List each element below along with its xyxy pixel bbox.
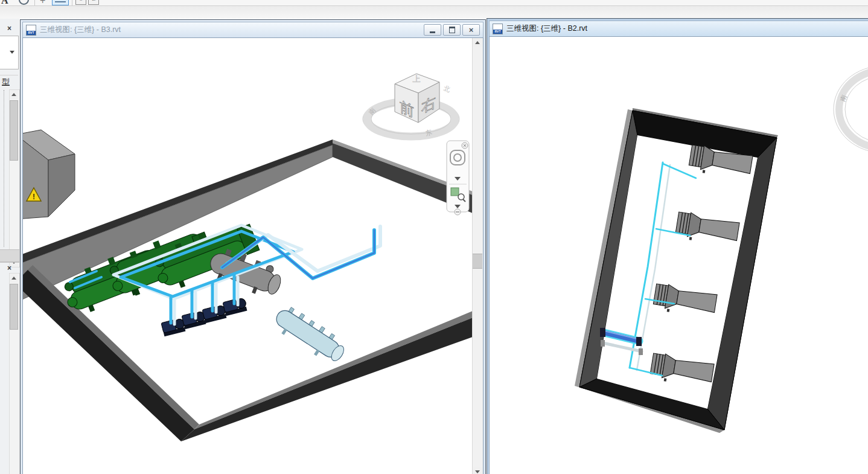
chevron-down-icon[interactable] [10, 51, 14, 54]
svg-text:!: ! [33, 193, 35, 201]
window-titlebar-b3[interactable]: RVT 三维视图: {三维} - B3.rvt × [22, 22, 483, 37]
front-right-wall [181, 311, 473, 441]
view-window-b2: RVT 三维视图: {三维} - B2.rvt [487, 18, 868, 474]
navigation-bar[interactable] [447, 141, 469, 215]
paste-box-icon[interactable]: ⇐ [88, 0, 99, 5]
scroll-down-button[interactable] [473, 467, 482, 474]
viewcube[interactable]: 南 东 北 上 前 右 [363, 74, 459, 139]
view-canvas-b3[interactable]: ! [22, 37, 483, 474]
window-titlebar-b2[interactable]: RVT 三维视图: {三维} - B2.rvt [489, 21, 868, 36]
building-mass [23, 130, 75, 219]
viewcube-compass-partial[interactable]: 南 [834, 66, 868, 153]
scroll-thumb[interactable] [10, 284, 18, 330]
restore-button[interactable] [443, 24, 461, 36]
minimize-icon [430, 31, 435, 33]
docked-palettes-strip: × 型 × [0, 19, 19, 474]
properties-close-button[interactable]: × [4, 24, 14, 33]
scroll-up-button[interactable] [10, 90, 18, 99]
delete-box-icon[interactable]: × [75, 0, 86, 5]
restore-icon [449, 27, 455, 33]
plus-tool-icon[interactable]: + [40, 0, 45, 6]
scroll-up-button[interactable] [10, 274, 18, 283]
app-root: { "ribbon": { "icons": ["text-tool-icon"… [0, 0, 868, 474]
scene-b3: ! [23, 38, 473, 474]
toolbar-separator [34, 0, 35, 5]
viewcube-top-label: 上 [413, 74, 421, 83]
window-title: 三维视图: {三维} - B3.rvt [40, 25, 121, 35]
project-browser-scrollbar[interactable] [9, 273, 20, 474]
properties-grid-line [4, 90, 4, 247]
type-selector-combobox[interactable] [0, 36, 19, 69]
project-browser-close-button[interactable]: × [4, 264, 14, 273]
view-window-b3: RVT 三维视图: {三维} - B3.rvt × ! [20, 19, 486, 474]
palette-divider [0, 261, 19, 263]
compass-north-label: 北 [442, 84, 451, 93]
rvt-file-icon: RVT [493, 24, 503, 34]
toolbar-separator [72, 0, 72, 5]
window-title: 三维视图: {三维} - B2.rvt [506, 24, 587, 34]
ribbon-toolbar-sliver: A + × ⇐ [0, 0, 868, 6]
ribbon-lower-band [0, 6, 868, 19]
b3-vertical-scrollbar[interactable] [472, 38, 483, 474]
active-selection-tool-icon[interactable] [52, 0, 69, 5]
sync-circle-icon[interactable] [19, 0, 29, 5]
scroll-thumb[interactable] [473, 254, 482, 269]
zoom-tool-icon[interactable] [451, 188, 459, 196]
close-icon: × [469, 26, 474, 34]
minimize-button[interactable] [424, 24, 441, 36]
scene-b2: 南 [490, 37, 868, 474]
text-tool-icon[interactable]: A [1, 0, 8, 6]
light-blue-tank [270, 303, 349, 367]
properties-separator [0, 75, 18, 75]
rvt-file-icon: RVT [26, 25, 36, 36]
scroll-up-button[interactable] [473, 38, 482, 47]
properties-footer [0, 249, 19, 262]
close-button[interactable]: × [462, 24, 480, 36]
view-canvas-b2[interactable]: 南 [489, 36, 868, 474]
edit-type-button-partial[interactable]: 型 [2, 77, 10, 88]
scroll-thumb[interactable] [10, 100, 18, 161]
properties-scrollbar[interactable] [9, 89, 20, 267]
